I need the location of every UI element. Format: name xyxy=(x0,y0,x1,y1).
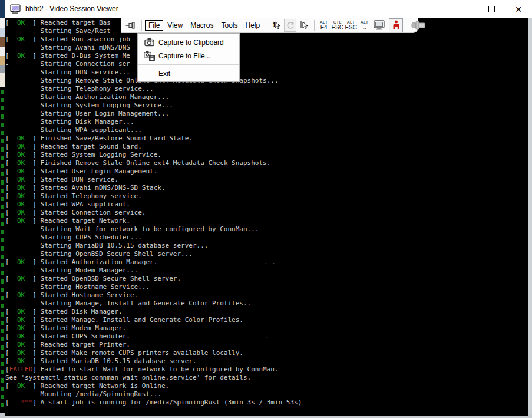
menu-file[interactable]: File xyxy=(145,20,163,31)
pushpin-icon[interactable] xyxy=(125,21,136,30)
console-line: [ OK ] Finished Save/Restore Sound Card … xyxy=(5,134,528,143)
console-line: [ OK ] Started WPA supplicant. xyxy=(5,200,528,209)
console-line: Starting CUPS Scheduler... xyxy=(5,233,528,242)
video-session-viewer-window: bhhr2 - Video Session Viewer [ OK ] Reac… xyxy=(5,0,532,414)
console-line: [ OK ] Started Make remote CUPS printers… xyxy=(5,349,528,357)
camera-disk-icon xyxy=(143,51,155,61)
console-line: [ OK ] Reached target Network is Online. xyxy=(5,382,528,390)
console-line: Starting Modem Manager... xyxy=(5,266,528,275)
toolbar-separator xyxy=(141,20,142,31)
console-line: [ OK ] Started MariaDB 10.5.15 database … xyxy=(5,357,528,366)
minimize-icon xyxy=(461,9,467,9)
menu-help[interactable]: Help xyxy=(242,20,264,31)
camera-icon xyxy=(143,38,155,47)
console-line: Starting Manage, Install and Generate Co… xyxy=(5,299,528,308)
console-line: Starting User Login Management... xyxy=(5,110,528,118)
console-line: Starting Authorization Manager... xyxy=(5,93,528,101)
console-line: [ ***] A start job is running for /media… xyxy=(5,399,528,407)
menu-tools[interactable]: Tools xyxy=(217,20,241,31)
console-line: [ OK ] Started Connection service. xyxy=(5,209,528,217)
console-line: Starting Hostname Service... xyxy=(5,283,528,291)
console-line: [ OK ] Started User Login Management. xyxy=(5,167,528,176)
console-line: [ OK ] Started OpenBSD Secure Shell serv… xyxy=(5,275,528,283)
toolbar-separator xyxy=(267,20,267,31)
background-console-green-dashes xyxy=(1,90,4,408)
floating-toolbar: File View Macros Tools Help 1 ALT xyxy=(121,18,418,33)
screen-artifact: . . xyxy=(264,258,276,266)
window-right-border xyxy=(528,18,532,414)
screen-artifact: . xyxy=(265,333,269,341)
window-title: bhhr2 - Video Session Viewer xyxy=(25,5,118,13)
console-line: [ OK ] Reached target Printer. xyxy=(5,341,528,349)
window-controls xyxy=(451,0,532,18)
background-window-sliver xyxy=(0,0,5,418)
console-line: [ OK ] Started Telephony service. xyxy=(5,192,528,200)
console-line: [ OK ] Reached target Sound Card. xyxy=(5,143,528,151)
menu-item-label: Capture to Clipboard xyxy=(158,38,224,47)
console-line: [ OK ] Started Modem Manager. xyxy=(5,324,528,333)
minimize-button[interactable] xyxy=(451,0,478,18)
app-monitor-icon xyxy=(10,4,21,14)
send-alt-f4-button[interactable]: ALT F4 xyxy=(318,19,330,32)
close-icon xyxy=(515,4,521,15)
menu-item-capture-to-clipboard[interactable]: Capture to Clipboard xyxy=(138,35,239,49)
menu-macros[interactable]: Macros xyxy=(187,20,217,31)
console-line: Mounting /media/SpinningRust... xyxy=(5,390,528,399)
console-line: Starting Avahi mDNS/DNS xyxy=(5,44,528,52)
console-line: [ OK ] Started D-Bus System Me xyxy=(5,52,528,60)
console-line: Starting DUN service... xyxy=(5,68,528,77)
console-line: [ OK ] Started Manage, Install and Gener… xyxy=(5,316,528,324)
console-line: Starting Wait for network to be configur… xyxy=(5,225,528,233)
console-line: - Starting Connection ser xyxy=(5,60,528,68)
console-line: [ OK ] Finished Remove Stale Online ext4… xyxy=(5,159,528,167)
monitor-icon[interactable] xyxy=(372,19,386,32)
menu-item-exit[interactable]: Exit xyxy=(138,67,239,80)
send-alt-esc-button[interactable]: ALT ESC xyxy=(345,19,357,32)
menu-item-capture-to-file[interactable]: Capture to File... xyxy=(138,49,239,62)
console-line: Starting Disk Manager... xyxy=(5,118,528,126)
send-ctrl-esc-button[interactable]: CTL ESC xyxy=(331,19,343,32)
disconnect-plug-icon[interactable] xyxy=(411,20,428,31)
refresh-icon[interactable] xyxy=(284,19,296,32)
console-line: See 'systemctl status connman-wait-onlin… xyxy=(5,374,528,382)
console-line: [ OK ] Started Hostname Service. xyxy=(5,291,528,299)
menu-separator xyxy=(138,64,239,65)
menu-item-label: Exit xyxy=(158,70,170,78)
console-line: Starting Telephony service... xyxy=(5,85,528,93)
console-line: [FAILED] Failed to start Wait for networ… xyxy=(5,366,528,374)
maximize-button[interactable] xyxy=(478,0,505,18)
maximize-icon xyxy=(488,6,495,12)
console-line: [ OK ] Started Disk Manager. xyxy=(5,308,528,316)
close-button[interactable] xyxy=(505,0,532,18)
red-user-icon[interactable] xyxy=(389,18,403,32)
console-line: [ OK ] Started DUN service. xyxy=(5,176,528,184)
remote-console-view[interactable]: [ OK ] Reached target Bas Starting Save/… xyxy=(5,18,528,416)
toolbar-separator xyxy=(314,20,315,31)
console-line: [ OK ] Started Run anacron job xyxy=(5,35,528,44)
console-line: [ OK ] Started System Logging Service. xyxy=(5,151,528,159)
titlebar: bhhr2 - Video Session Viewer xyxy=(5,0,532,18)
console-line: Starting OpenBSD Secure Shell server... xyxy=(5,250,528,258)
console-line: Starting System Logging Service... xyxy=(5,101,528,110)
menu-view[interactable]: View xyxy=(164,20,186,31)
cursor-select-icon[interactable] xyxy=(298,19,310,32)
console-line: [ OK ] Reached target Network. xyxy=(5,217,528,225)
console-line: [ OK ] Started Avahi mDNS/DNS-SD Stack. xyxy=(5,184,528,192)
send-alt-tab-button[interactable]: ALT → xyxy=(358,19,371,32)
console-line: Starting Remove Stale Online ext4 Metada… xyxy=(5,77,528,85)
console-line: Starting MariaDB 10.5.15 database server… xyxy=(5,242,528,250)
single-cursor-icon[interactable]: 1 xyxy=(270,19,283,32)
console-line: Starting WPA supplicant... xyxy=(5,126,528,134)
menu-item-label: Capture to File... xyxy=(158,52,211,60)
file-menu-dropdown: Capture to Clipboard Capture to File... … xyxy=(137,33,240,82)
